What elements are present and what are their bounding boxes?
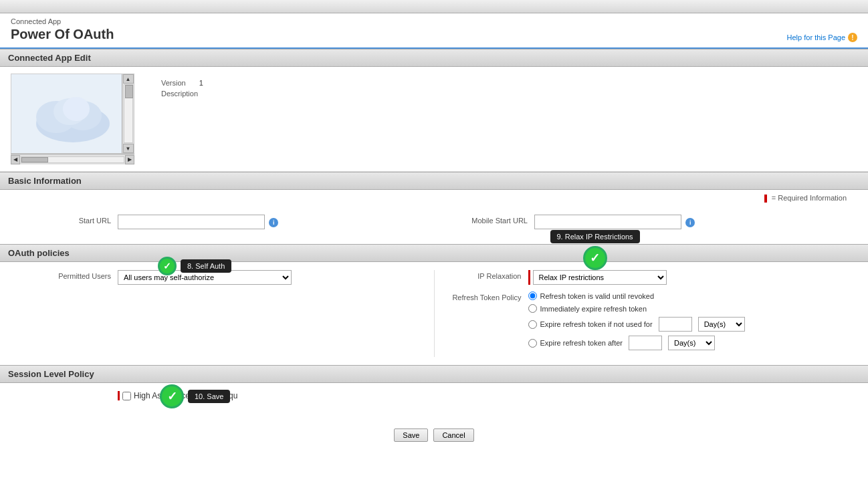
refresh-token-days-select-4[interactable]: Day(s) xyxy=(668,336,715,350)
ip-relaxation-select[interactable]: Enforce IP restrictions Relax IP restric… xyxy=(533,270,667,285)
mobile-start-url-value: i xyxy=(534,215,857,229)
mobile-start-url-input[interactable] xyxy=(534,215,681,229)
logo-vertical-scrollbar[interactable]: ▲ ▼ xyxy=(122,74,134,153)
start-url-info-icon[interactable]: i xyxy=(269,218,278,227)
step8-check xyxy=(158,257,177,275)
refresh-token-days-input-3[interactable] xyxy=(659,317,692,332)
connected-app-edit-header: Connected App Edit xyxy=(0,49,868,67)
refresh-token-option1-row: Refresh token is valid until revoked xyxy=(528,291,858,300)
cloud-image xyxy=(26,84,120,144)
oauth-policies-content: Permitted Users All users may self-autho… xyxy=(0,262,868,365)
svg-point-4 xyxy=(63,97,90,121)
refresh-token-option3-row: Expire refresh token if not used for Day… xyxy=(528,317,858,332)
permitted-users-row: Permitted Users All users may self-autho… xyxy=(11,270,421,285)
mobile-start-url-info-icon[interactable]: i xyxy=(685,218,695,227)
high-assurance-spacer xyxy=(11,391,118,393)
ip-relaxation-value: Enforce IP restrictions Relax IP restric… xyxy=(528,270,858,285)
annotation-step10: 10. Save xyxy=(160,384,230,408)
version-label: Version xyxy=(161,79,186,87)
oauth-policies-header: OAuth policies xyxy=(0,244,868,262)
refresh-token-days-input-4[interactable] xyxy=(629,336,662,350)
help-link-text: Help for this Page xyxy=(787,33,845,41)
breadcrumb: Connected App xyxy=(11,17,114,25)
scroll-up-btn[interactable]: ▲ xyxy=(123,74,134,84)
hscroll-track xyxy=(21,156,124,163)
hscroll-left-btn[interactable]: ◀ xyxy=(11,155,20,164)
refresh-token-radio-4[interactable] xyxy=(528,339,537,348)
ip-relaxation-row: IP Relaxation Enforce IP restrictions Re… xyxy=(448,270,858,285)
save-button[interactable]: Save xyxy=(394,428,428,442)
refresh-token-label-2: Immediately expire refresh token xyxy=(540,305,647,313)
step10-label: 10. Save xyxy=(188,390,230,403)
required-bar-icon xyxy=(764,195,767,203)
oauth-right-col: IP Relaxation Enforce IP restrictions Re… xyxy=(434,270,858,357)
start-url-input[interactable] xyxy=(118,215,265,229)
start-url-label: Start URL xyxy=(11,215,118,225)
help-icon: ! xyxy=(848,33,857,42)
scroll-thumb[interactable] xyxy=(125,85,133,98)
scroll-down-btn[interactable]: ▼ xyxy=(123,144,134,153)
step9-check xyxy=(583,246,607,270)
start-url-row: Start URL i Mobile Start URL i xyxy=(11,215,857,229)
oauth-left-col: Permitted Users All users may self-autho… xyxy=(11,270,434,357)
logo-horizontal-scrollbar[interactable]: ◀ ▶ xyxy=(11,154,134,164)
hscroll-right-btn[interactable]: ▶ xyxy=(125,155,134,164)
annotation-step9: 9. Relax IP Restrictions xyxy=(550,230,640,270)
scroll-track xyxy=(124,84,133,143)
refresh-token-label-4: Expire refresh token after xyxy=(540,339,623,347)
basic-info-header: Basic Information xyxy=(0,172,868,190)
refresh-token-options: Refresh token is valid until revoked Imm… xyxy=(528,291,858,350)
step8-label: 8. Self Auth xyxy=(181,259,231,273)
refresh-token-radio-2[interactable] xyxy=(528,304,537,313)
page-header: Connected App Power Of OAuth Help for th… xyxy=(0,13,868,49)
start-url-value: i xyxy=(118,215,441,229)
help-link[interactable]: Help for this Page ! xyxy=(787,33,857,42)
button-row: Save Cancel xyxy=(0,420,868,450)
session-level-header: Session Level Policy xyxy=(0,365,868,383)
basic-info-content: Start URL i Mobile Start URL i xyxy=(0,207,868,244)
top-bar xyxy=(0,0,868,13)
ip-relaxation-label: IP Relaxation xyxy=(448,270,528,280)
high-assurance-checkbox[interactable] xyxy=(122,392,131,400)
refresh-token-option4-row: Expire refresh token after Day(s) xyxy=(528,336,858,350)
mobile-start-url-label: Mobile Start URL xyxy=(441,215,534,225)
refresh-token-row: Refresh Token Policy Refresh token is va… xyxy=(448,291,858,350)
oauth-policies-columns: Permitted Users All users may self-autho… xyxy=(11,270,857,357)
annotation-step8: 8. Self Auth xyxy=(158,257,231,275)
logo-box: ▲ ▼ xyxy=(11,74,134,154)
cancel-button[interactable]: Cancel xyxy=(433,428,473,442)
high-assurance-row: High Assurance session requ 10. Save xyxy=(11,391,857,400)
refresh-token-label: Refresh Token Policy xyxy=(448,291,528,301)
step10-check xyxy=(160,384,184,408)
high-assurance-value: High Assurance session requ 10. Save xyxy=(118,391,857,400)
permitted-users-label: Permitted Users xyxy=(11,270,118,280)
refresh-token-days-select-3[interactable]: Day(s) xyxy=(698,317,745,332)
refresh-token-option2-row: Immediately expire refresh token xyxy=(528,304,858,313)
step9-label: 9. Relax IP Restrictions xyxy=(550,230,640,243)
required-info: = Required Information xyxy=(754,191,857,205)
refresh-token-radio-group: Refresh token is valid until revoked Imm… xyxy=(528,291,858,350)
page-title: Power Of OAuth xyxy=(11,27,114,42)
refresh-token-radio-3[interactable] xyxy=(528,320,537,329)
permitted-users-value: All users may self-authorize Admin appro… xyxy=(118,270,421,285)
refresh-token-radio-1[interactable] xyxy=(528,291,537,300)
hscroll-thumb[interactable] xyxy=(21,157,48,162)
refresh-token-label-3: Expire refresh token if not used for xyxy=(540,320,653,328)
version-area: Version 1 Description xyxy=(134,74,211,164)
session-level-content: High Assurance session requ 10. Save xyxy=(0,383,868,420)
refresh-token-label-1: Refresh token is valid until revoked xyxy=(540,292,655,300)
version-value: 1 xyxy=(199,79,203,87)
description-label: Description xyxy=(161,90,198,98)
